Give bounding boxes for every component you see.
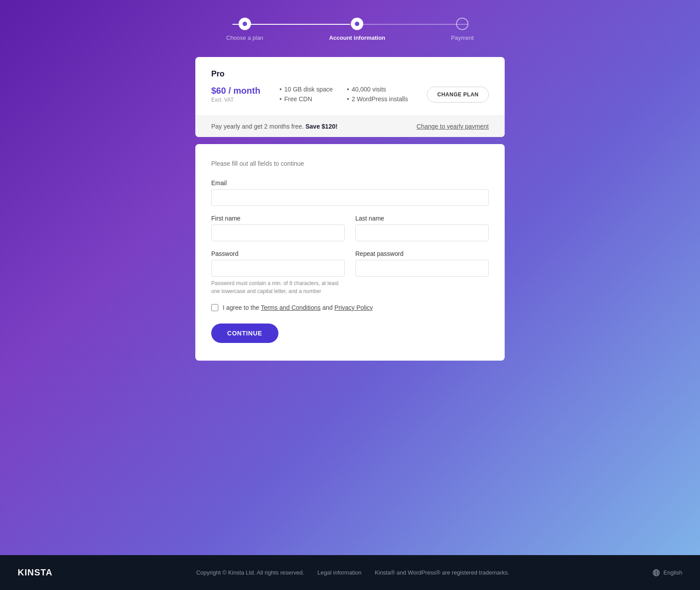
globe-icon	[653, 569, 660, 576]
step-circle-1	[239, 18, 251, 30]
terms-label: I agree to the Terms and Conditions and …	[223, 304, 373, 311]
change-plan-button[interactable]: CHANGE PLAN	[427, 87, 489, 103]
step-choose-plan: Choose a plan	[226, 18, 263, 41]
password-row: Password Password must contain a min. of…	[211, 250, 489, 295]
password-group: Password Password must contain a min. of…	[211, 250, 345, 295]
plan-feature-4: 2 WordPress installs	[347, 95, 408, 103]
step-account-information: Account information	[329, 18, 385, 41]
step-circle-3	[456, 18, 468, 30]
plan-price-block: $60 / month Excl. VAT	[211, 86, 260, 103]
plan-title: Pro	[211, 69, 489, 79]
repeat-password-input[interactable]	[355, 260, 489, 277]
yearly-banner: Pay yearly and get 2 months free. Save $…	[195, 115, 505, 137]
plan-feature-3: 40,000 visits	[347, 86, 408, 93]
privacy-link[interactable]: Privacy Policy	[335, 304, 373, 311]
first-name-group: First name	[211, 215, 345, 241]
last-name-group: Last name	[355, 215, 489, 241]
step-payment: Payment	[451, 18, 474, 41]
plan-features-col1: 10 GB disk space Free CDN	[279, 86, 333, 103]
plan-features-col2: 40,000 visits 2 WordPress installs	[347, 86, 408, 103]
password-hint: Password must contain a min. of 8 charac…	[211, 279, 345, 295]
repeat-password-label: Repeat password	[355, 250, 489, 257]
first-name-input[interactable]	[211, 225, 345, 241]
yearly-text-prefix: Pay yearly and get 2 months free.	[211, 123, 304, 130]
yearly-text-bold: Save $120!	[305, 123, 337, 130]
agree-mid: and	[321, 304, 335, 311]
email-group: Email	[211, 179, 489, 206]
terms-row: I agree to the Terms and Conditions and …	[211, 304, 489, 311]
agree-prefix: I agree to the	[223, 304, 261, 311]
password-label: Password	[211, 250, 345, 257]
step-label-2: Account information	[329, 34, 385, 41]
continue-button[interactable]: CONTINUE	[211, 324, 278, 343]
last-name-label: Last name	[355, 215, 489, 222]
step-label-1: Choose a plan	[226, 34, 263, 41]
plan-vat: Excl. VAT	[211, 97, 260, 103]
form-subtitle: Please fill out all fields to continue	[211, 160, 489, 167]
footer-trademark: Kinsta® and WordPress® are registered tr…	[375, 569, 509, 576]
footer-logo: KINSTA	[18, 567, 53, 578]
language-label: English	[663, 569, 682, 576]
footer-copyright: Copyright © Kinsta Ltd. All rights reser…	[196, 569, 304, 576]
name-row: First name Last name	[211, 215, 489, 241]
repeat-password-group: Repeat password	[355, 250, 489, 295]
plan-feature-2: Free CDN	[279, 95, 333, 103]
footer-center: Copyright © Kinsta Ltd. All rights reser…	[196, 569, 509, 576]
step-circle-2	[351, 18, 363, 30]
terms-link[interactable]: Terms and Conditions	[261, 304, 320, 311]
terms-checkbox[interactable]	[211, 304, 218, 311]
plan-card: Pro $60 / month Excl. VAT 10 GB disk spa…	[195, 57, 505, 137]
step-label-3: Payment	[451, 34, 474, 41]
step-dot-2	[355, 22, 359, 26]
plan-feature-1: 10 GB disk space	[279, 86, 333, 93]
step-dot-1	[243, 22, 247, 26]
last-name-input[interactable]	[355, 225, 489, 241]
form-card: Please fill out all fields to continue E…	[195, 144, 505, 361]
password-input[interactable]	[211, 260, 345, 277]
change-to-yearly-link[interactable]: Change to yearly payment	[417, 123, 489, 130]
first-name-label: First name	[211, 215, 345, 222]
email-label: Email	[211, 179, 489, 187]
footer-language[interactable]: English	[653, 569, 682, 576]
plan-price: $60 / month	[211, 86, 260, 96]
footer-legal-link[interactable]: Legal information	[317, 569, 361, 576]
yearly-banner-text: Pay yearly and get 2 months free. Save $…	[211, 123, 338, 130]
email-input[interactable]	[211, 189, 489, 206]
plan-features-wrapper: 10 GB disk space Free CDN 40,000 visits …	[279, 86, 408, 103]
footer: KINSTA Copyright © Kinsta Ltd. All right…	[0, 555, 700, 590]
